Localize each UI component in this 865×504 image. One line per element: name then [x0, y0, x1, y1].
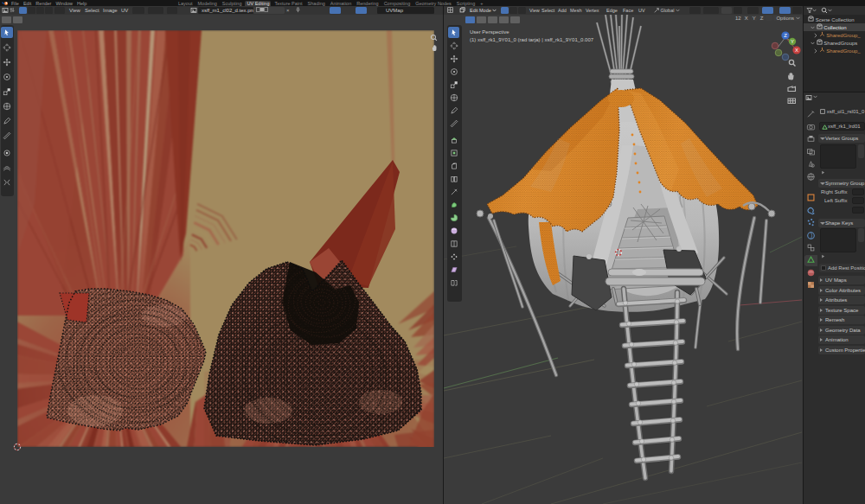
svg-text:X: X — [795, 48, 798, 53]
svg-text:Z: Z — [784, 33, 787, 38]
svg-text:Y: Y — [791, 39, 794, 44]
